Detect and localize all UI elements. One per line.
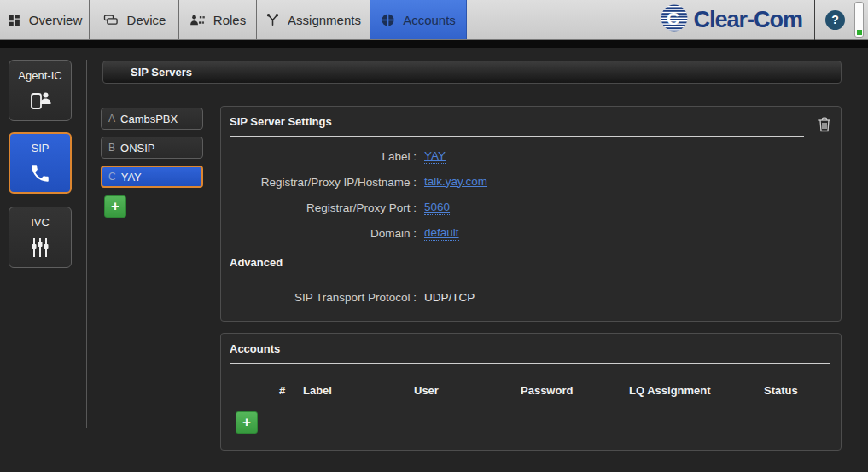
status-green-dot xyxy=(857,30,862,35)
column-status: Status xyxy=(764,384,798,397)
field-label: SIP Transport Protocol : xyxy=(230,291,417,304)
server-key: A xyxy=(108,113,115,125)
sidebar-item-label: SIP xyxy=(10,142,70,154)
column-password: Password xyxy=(521,384,573,397)
settings-row-domain: Domain : default xyxy=(230,220,832,246)
settings-panel-title: SIP Server Settings xyxy=(230,115,804,128)
sidebar-item-label: IVC xyxy=(9,216,71,229)
tab-label: Assignments xyxy=(288,13,361,27)
plus-icon: + xyxy=(242,414,251,430)
tab-label: Device xyxy=(127,13,166,27)
sidebar-item-sip[interactable]: SIP xyxy=(9,132,72,194)
tab-label: Overview xyxy=(29,13,83,27)
tab-accounts[interactable]: Accounts xyxy=(370,0,467,39)
tab-overview[interactable]: Overview xyxy=(0,0,90,39)
topbar-divider xyxy=(814,0,815,40)
sliders-icon xyxy=(9,236,71,261)
server-key: C xyxy=(108,171,116,183)
tab-label: Roles xyxy=(213,13,246,27)
clearcom-logo-icon: C xyxy=(660,3,689,36)
column-lq-assignment: LQ Assignment xyxy=(629,384,711,397)
people-group-icon xyxy=(189,13,206,26)
domain-value-link[interactable]: default xyxy=(424,226,459,241)
clearcom-logo: C Clear-Com xyxy=(660,3,802,36)
svg-text:C: C xyxy=(667,9,679,28)
dashboard-grid-icon xyxy=(7,13,21,27)
add-server-button[interactable]: + xyxy=(104,195,126,218)
server-label: ONSIP xyxy=(120,142,154,154)
help-button[interactable]: ? xyxy=(825,10,845,30)
clearcom-logo-text: Clear-Com xyxy=(693,7,802,33)
hostname-value-link[interactable]: talk.yay.com xyxy=(424,175,487,189)
field-label: Label : xyxy=(230,150,417,163)
sip-server-settings-panel: SIP Server Settings Label : YAY Registra… xyxy=(220,106,842,322)
server-item-onsip[interactable]: B ONSIP xyxy=(101,137,203,159)
settings-row-port: Registrar/Proxy Port : 5060 xyxy=(230,195,832,220)
server-item-yay[interactable]: C YAY xyxy=(101,166,203,188)
column-number: # xyxy=(279,384,285,397)
agent-beltpack-icon xyxy=(9,90,71,114)
settings-rows: Label : YAY Registrar/Proxy IP/Hostname … xyxy=(230,143,832,246)
settings-row-hostname: Registrar/Proxy IP/Hostname : talk.yay.c… xyxy=(230,169,832,195)
advanced-section-title: Advanced xyxy=(230,256,804,269)
sip-server-list: A CambsPBX B ONSIP C YAY xyxy=(101,108,203,195)
status-indicator xyxy=(854,2,864,38)
server-key: B xyxy=(108,142,115,154)
sidebar-item-agent-ic[interactable]: Agent-IC xyxy=(9,60,72,121)
accounts-table-header: # Label User Password LQ Assignment Stat… xyxy=(230,384,832,398)
phone-icon xyxy=(10,162,70,187)
server-label: CambsPBX xyxy=(120,113,178,125)
y-branch-icon xyxy=(265,13,280,27)
server-item-cambspbx[interactable]: A CambsPBX xyxy=(101,108,203,130)
port-value-link[interactable]: 5060 xyxy=(424,201,450,215)
sidebar-item-ivc[interactable]: IVC xyxy=(9,207,72,268)
tab-label: Accounts xyxy=(403,13,456,27)
transport-protocol-value: UDP/TCP xyxy=(424,291,475,304)
settings-row-transport: SIP Transport Protocol : UDP/TCP xyxy=(230,284,832,310)
tab-device[interactable]: Device xyxy=(90,0,179,39)
field-label: Domain : xyxy=(230,227,417,240)
column-user: User xyxy=(414,384,439,397)
top-tab-bar: Overview Device Roles xyxy=(0,0,868,40)
accounts-panel-title: Accounts xyxy=(230,342,830,355)
question-icon: ? xyxy=(831,13,839,26)
field-label: Registrar/Proxy Port : xyxy=(230,201,417,214)
accounts-panel: Accounts # Label User Password LQ Assign… xyxy=(220,333,842,451)
sidebar-item-label: Agent-IC xyxy=(9,69,71,82)
tab-roles[interactable]: Roles xyxy=(179,0,257,39)
quartered-circle-icon xyxy=(381,13,395,27)
tab-assignments[interactable]: Assignments xyxy=(257,0,370,39)
delete-server-button[interactable] xyxy=(816,115,833,137)
settings-row-label: Label : YAY xyxy=(230,143,832,169)
server-label: YAY xyxy=(121,171,142,184)
page-title: SIP Servers xyxy=(102,61,842,84)
stacked-panels-icon xyxy=(102,13,119,27)
plus-icon: + xyxy=(111,198,119,214)
column-label: Label xyxy=(303,384,332,397)
header-separator-band xyxy=(0,40,868,48)
sidebar-divider xyxy=(86,60,87,428)
label-value-link[interactable]: YAY xyxy=(424,149,446,164)
field-label: Registrar/Proxy IP/Hostname : xyxy=(230,176,417,189)
add-account-button[interactable]: + xyxy=(236,411,258,434)
